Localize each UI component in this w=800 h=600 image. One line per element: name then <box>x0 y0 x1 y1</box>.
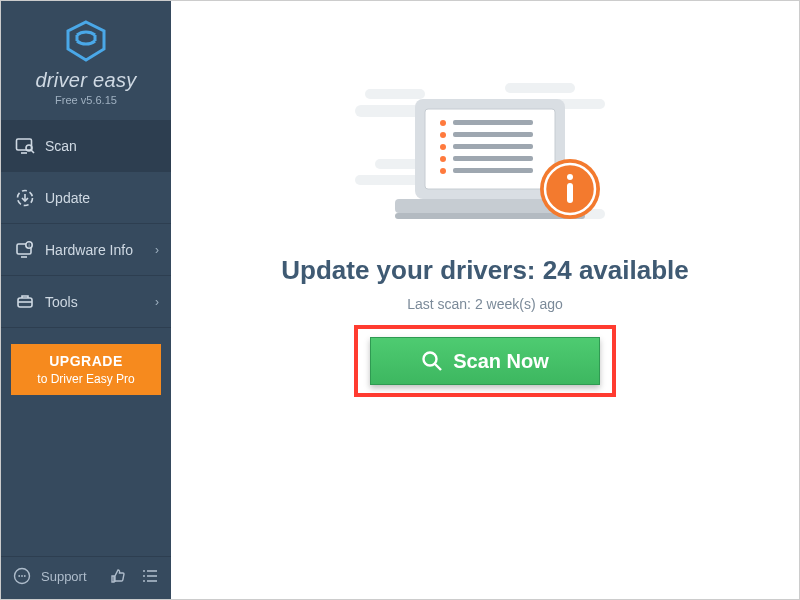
hero-illustration <box>355 79 615 253</box>
svg-point-17 <box>24 575 26 577</box>
sidebar-item-tools[interactable]: Tools › <box>1 276 171 328</box>
svg-line-6 <box>31 150 34 153</box>
svg-point-22 <box>143 580 145 582</box>
list-menu-icon[interactable] <box>141 567 159 585</box>
scan-now-highlight: Scan Now <box>354 325 616 397</box>
sidebar-item-label: Scan <box>45 138 77 154</box>
brand-name: driver easy <box>1 69 171 92</box>
chevron-right-icon: › <box>155 295 159 309</box>
main-panel: Update your drivers: 24 available Last s… <box>171 1 799 599</box>
sidebar-item-update[interactable]: Update <box>1 172 171 224</box>
hardware-info-icon: i <box>15 240 35 260</box>
svg-rect-26 <box>505 83 575 93</box>
svg-point-35 <box>440 120 446 126</box>
last-scan-text: Last scan: 2 week(s) ago <box>171 296 799 312</box>
chevron-right-icon: › <box>155 243 159 257</box>
svg-point-18 <box>143 570 145 572</box>
scan-icon <box>15 136 35 156</box>
update-icon <box>15 188 35 208</box>
upgrade-button[interactable]: UPGRADE to Driver Easy Pro <box>11 344 161 395</box>
support-icon <box>13 567 31 585</box>
thumbs-up-icon[interactable] <box>109 567 127 585</box>
svg-point-20 <box>143 575 145 577</box>
available-count: 24 <box>543 255 572 285</box>
headline-suffix: available <box>572 255 689 285</box>
app-window: — ✕ driver easy Free v5.6.15 <box>0 0 800 600</box>
svg-rect-42 <box>453 156 533 161</box>
sidebar-item-scan[interactable]: Scan <box>1 120 171 172</box>
app-logo-icon <box>64 19 108 63</box>
upgrade-subtitle: to Driver Easy Pro <box>15 371 157 387</box>
svg-point-37 <box>440 132 446 138</box>
svg-marker-0 <box>68 22 104 60</box>
sidebar: driver easy Free v5.6.15 Scan <box>1 1 171 599</box>
svg-rect-29 <box>355 175 425 185</box>
headline-prefix: Update your drivers: <box>281 255 543 285</box>
svg-rect-48 <box>567 183 573 203</box>
svg-point-41 <box>440 156 446 162</box>
sidebar-item-label: Tools <box>45 294 78 310</box>
brand-version: Free v5.6.15 <box>1 94 171 106</box>
svg-text:i: i <box>28 242 29 248</box>
svg-point-39 <box>440 144 446 150</box>
sidebar-footer: Support <box>1 556 171 599</box>
svg-rect-24 <box>365 89 425 99</box>
tools-icon <box>15 292 35 312</box>
sidebar-item-label: Update <box>45 190 90 206</box>
support-link[interactable]: Support <box>41 569 87 584</box>
headline-block: Update your drivers: 24 available Last s… <box>171 255 799 312</box>
brand-block: driver easy Free v5.6.15 <box>1 1 171 120</box>
svg-line-50 <box>435 364 441 370</box>
svg-rect-38 <box>453 132 533 137</box>
svg-rect-36 <box>453 120 533 125</box>
svg-point-49 <box>424 353 437 366</box>
sidebar-nav: Scan Update <box>1 120 171 328</box>
headline: Update your drivers: 24 available <box>171 255 799 286</box>
upgrade-title: UPGRADE <box>15 352 157 371</box>
svg-rect-44 <box>453 168 533 173</box>
scan-now-button[interactable]: Scan Now <box>370 337 600 385</box>
scan-now-label: Scan Now <box>453 350 549 373</box>
sidebar-item-hardware-info[interactable]: i Hardware Info › <box>1 224 171 276</box>
info-badge-icon <box>540 159 600 219</box>
svg-point-43 <box>440 168 446 174</box>
svg-point-16 <box>21 575 23 577</box>
svg-point-47 <box>567 174 573 180</box>
search-icon <box>421 350 443 372</box>
svg-point-15 <box>18 575 20 577</box>
sidebar-item-label: Hardware Info <box>45 242 133 258</box>
svg-rect-40 <box>453 144 533 149</box>
